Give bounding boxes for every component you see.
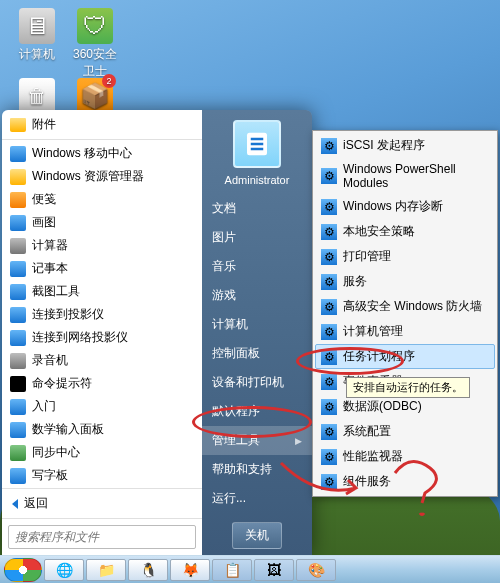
right-link[interactable]: 文档 [202, 194, 312, 223]
tool-icon: ⚙ [321, 349, 337, 365]
chevron-right-icon: ▶ [295, 436, 302, 446]
program-item[interactable]: 便笺 [2, 188, 202, 211]
right-link[interactable]: 默认程序 [202, 397, 312, 426]
link-label: 设备和打印机 [212, 374, 284, 391]
submenu-item[interactable]: ⚙Windows PowerShell Modules [315, 158, 495, 194]
program-item[interactable]: 截图工具 [2, 280, 202, 303]
gray-icon [10, 238, 26, 254]
right-link[interactable]: 控制面板 [202, 339, 312, 368]
submenu-label: 打印管理 [343, 248, 391, 265]
submenu-item[interactable]: ⚙性能监视器 [315, 444, 495, 469]
submenu-item[interactable]: ⚙服务 [315, 269, 495, 294]
submenu-item[interactable]: ⚙计算机管理 [315, 319, 495, 344]
right-link[interactable]: 计算机 [202, 310, 312, 339]
program-label: Windows 资源管理器 [32, 168, 144, 185]
taskbar-app2[interactable]: 🖼 [254, 559, 294, 581]
submenu-label: 本地安全策略 [343, 223, 415, 240]
program-item[interactable]: 计算器 [2, 234, 202, 257]
right-link[interactable]: 运行... [202, 484, 312, 513]
arrow-left-icon [12, 499, 18, 509]
submenu-item[interactable]: ⚙任务计划程序 [315, 344, 495, 369]
submenu-item[interactable]: ⚙打印管理 [315, 244, 495, 269]
right-link[interactable]: 设备和打印机 [202, 368, 312, 397]
submenu-label: 数据源(ODBC) [343, 398, 422, 415]
checklist-icon [242, 129, 272, 159]
tool-icon: ⚙ [321, 224, 337, 240]
program-label: Windows 移动中心 [32, 145, 132, 162]
program-item[interactable]: 入门 [2, 395, 202, 418]
blue-icon [10, 468, 26, 484]
program-label: 入门 [32, 398, 56, 415]
submenu-item[interactable]: ⚙系统配置 [315, 419, 495, 444]
right-link[interactable]: 音乐 [202, 252, 312, 281]
program-label: 画图 [32, 214, 56, 231]
start-button[interactable] [4, 558, 42, 582]
shutdown-area: 关机 [202, 516, 312, 555]
program-item[interactable]: 数学输入面板 [2, 418, 202, 441]
tool-icon: ⚙ [321, 424, 337, 440]
submenu-label: 任务计划程序 [343, 348, 415, 365]
desktop-icon-computer[interactable]: 🖥计算机 [12, 8, 62, 63]
start-menu-left-pane: 附件 Windows 移动中心Windows 资源管理器便笺画图计算器记事本截图… [2, 110, 202, 555]
start-menu-right-pane: Administrator 文档图片音乐游戏计算机控制面板设备和打印机默认程序管… [202, 110, 312, 555]
right-link[interactable]: 游戏 [202, 281, 312, 310]
submenu-label: 服务 [343, 273, 367, 290]
program-item[interactable]: Windows 移动中心 [2, 142, 202, 165]
orange-icon [10, 192, 26, 208]
shutdown-button[interactable]: 关机 [232, 522, 282, 549]
taskbar-uc[interactable]: 🦊 [170, 559, 210, 581]
program-label: 写字板 [32, 467, 68, 484]
tool-icon: ⚙ [321, 324, 337, 340]
program-item[interactable]: 画图 [2, 211, 202, 234]
link-label: 音乐 [212, 258, 236, 275]
program-item[interactable]: 连接到投影仪 [2, 303, 202, 326]
desktop-icon-360safe[interactable]: 🛡360安全卫士 [70, 8, 120, 80]
blue-icon [10, 146, 26, 162]
program-item[interactable]: 同步中心 [2, 441, 202, 464]
taskbar-ie[interactable]: 🌐 [44, 559, 84, 581]
program-item[interactable]: 记事本 [2, 257, 202, 280]
taskbar-qq[interactable]: 🐧 [128, 559, 168, 581]
user-avatar[interactable] [233, 120, 281, 168]
blue-icon [10, 399, 26, 415]
program-list: Windows 移动中心Windows 资源管理器便笺画图计算器记事本截图工具连… [2, 140, 202, 488]
submenu-label: Windows PowerShell Modules [343, 162, 489, 190]
submenu-item[interactable]: ⚙组件服务 [315, 469, 495, 494]
taskbar-explorer[interactable]: 📁 [86, 559, 126, 581]
folder-header[interactable]: 附件 [2, 110, 202, 140]
badge: 2 [102, 74, 116, 88]
blue-icon [10, 330, 26, 346]
submenu-item[interactable]: ⚙Windows 内存诊断 [315, 194, 495, 219]
program-label: 连接到投影仪 [32, 306, 104, 323]
right-link-list: 文档图片音乐游戏计算机控制面板设备和打印机默认程序管理工具▶帮助和支持运行... [202, 194, 312, 516]
taskbar-paint[interactable]: 🎨 [296, 559, 336, 581]
submenu-label: iSCSI 发起程序 [343, 137, 425, 154]
blue-icon [10, 307, 26, 323]
right-link[interactable]: 图片 [202, 223, 312, 252]
program-item[interactable]: 连接到网络投影仪 [2, 326, 202, 349]
tool-icon: ⚙ [321, 474, 337, 490]
taskbar-app1[interactable]: 📋 [212, 559, 252, 581]
submenu-label: Windows 内存诊断 [343, 198, 443, 215]
submenu-item[interactable]: ⚙高级安全 Windows 防火墙 [315, 294, 495, 319]
link-label: 游戏 [212, 287, 236, 304]
back-button[interactable]: 返回 [2, 488, 202, 518]
program-item[interactable]: Windows 资源管理器 [2, 165, 202, 188]
submenu-label: 组件服务 [343, 473, 391, 490]
program-item[interactable]: 命令提示符 [2, 372, 202, 395]
tool-icon: ⚙ [321, 199, 337, 215]
username: Administrator [202, 174, 312, 186]
submenu-item[interactable]: ⚙本地安全策略 [315, 219, 495, 244]
program-label: 数学输入面板 [32, 421, 104, 438]
blue-icon [10, 284, 26, 300]
program-label: 连接到网络投影仪 [32, 329, 128, 346]
link-label: 文档 [212, 200, 236, 217]
folder-icon [10, 118, 26, 132]
program-label: 录音机 [32, 352, 68, 369]
submenu-item[interactable]: ⚙iSCSI 发起程序 [315, 133, 495, 158]
right-link[interactable]: 管理工具▶ [202, 426, 312, 455]
right-link[interactable]: 帮助和支持 [202, 455, 312, 484]
program-item[interactable]: 写字板 [2, 464, 202, 487]
search-input[interactable] [8, 525, 196, 549]
program-item[interactable]: 录音机 [2, 349, 202, 372]
